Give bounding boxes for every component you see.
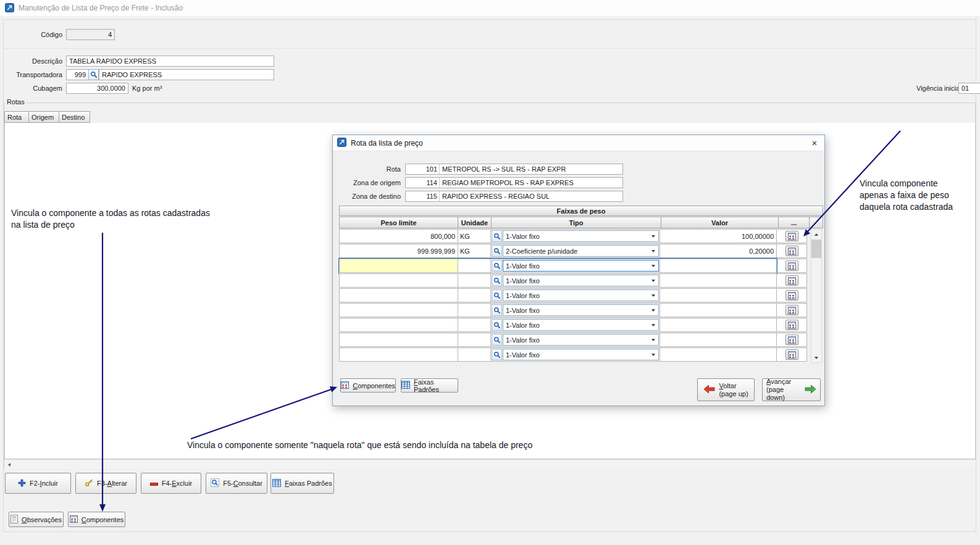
peso-limite-cell[interactable]: [339, 273, 458, 288]
rotas-column-header-origem[interactable]: Origem: [28, 111, 59, 123]
tipo-lookup-button[interactable]: [492, 349, 502, 360]
dialog-faixas-padroes-button[interactable]: Faixas Padrões: [401, 378, 458, 393]
f3-alterar-button[interactable]: F3-Alterar: [75, 473, 136, 494]
descricao-field[interactable]: TABELA RAPIDO EXPRESS: [66, 56, 274, 67]
column-header-componente[interactable]: ...: [778, 217, 810, 228]
faixa-row: 1-Valor fixo: [339, 347, 810, 362]
observacoes-button[interactable]: Observações: [9, 512, 64, 527]
vincular-componente-faixa-button[interactable]: [785, 290, 798, 301]
valor-cell[interactable]: [660, 303, 777, 317]
scroll-down-icon[interactable]: [811, 353, 821, 362]
peso-limite-cell[interactable]: [339, 259, 458, 273]
vincular-componente-faixa-button[interactable]: [785, 231, 798, 241]
vigencia-field[interactable]: 01: [958, 83, 980, 94]
valor-cell[interactable]: 0,20000: [660, 244, 777, 258]
unidade-cell[interactable]: [458, 288, 491, 302]
tipo-combobox[interactable]: 1-Valor fixo: [503, 230, 659, 242]
unidade-cell[interactable]: [458, 303, 491, 317]
peso-limite-cell[interactable]: [339, 303, 458, 317]
unidade-cell[interactable]: [458, 273, 491, 288]
green-arrow-right-icon: [805, 385, 816, 395]
vincular-componente-faixa-button[interactable]: [785, 275, 798, 286]
chevron-down-icon: [648, 246, 658, 256]
tipo-cell: 1-Valor fixo: [490, 347, 660, 362]
transportadora-lookup-button[interactable]: [88, 69, 99, 80]
transportadora-name-field[interactable]: RAPIDO EXPRESS: [99, 69, 274, 80]
zona-origem-field[interactable]: 114 REGIAO MEPTROPOL RS - RAP EXPRES: [405, 177, 623, 188]
tipo-lookup-button[interactable]: [492, 275, 502, 286]
f2-incluir-button[interactable]: F2-Incluir: [5, 473, 71, 494]
scroll-up-icon[interactable]: [811, 230, 821, 239]
tipo-combobox[interactable]: 2-Coeficiente p/unidade: [503, 245, 659, 257]
f4-excluir-button[interactable]: F4-Excluir: [141, 473, 201, 494]
vigencia-label: Vigência inicial: [916, 85, 961, 92]
rotas-horizontal-scrollbar[interactable]: [4, 459, 976, 469]
valor-cell[interactable]: [660, 318, 777, 332]
faixa-row: 1-Valor fixo: [339, 259, 810, 273]
column-header-valor[interactable]: Valor: [661, 217, 779, 228]
componentes-button[interactable]: Componentes: [68, 512, 125, 527]
rotas-column-header-destino[interactable]: Destino: [59, 111, 90, 123]
peso-limite-cell[interactable]: [339, 347, 458, 362]
tipo-lookup-button[interactable]: [492, 304, 502, 316]
tipo-combobox[interactable]: 1-Valor fixo: [503, 275, 659, 286]
valor-cell[interactable]: 100,00000: [660, 229, 777, 243]
peso-limite-cell[interactable]: 999.999,999: [339, 244, 458, 258]
valor-cell[interactable]: [660, 273, 777, 288]
faixas-padroes-button[interactable]: Faixas Padrões: [270, 473, 334, 494]
app-icon: [337, 138, 346, 148]
vincular-componente-faixa-button[interactable]: [785, 305, 798, 315]
window-title: Manutenção de Lista de Preço de Frete - …: [19, 4, 183, 12]
column-header-tipo[interactable]: Tipo: [491, 217, 661, 228]
component-icon: [788, 336, 796, 344]
valor-cell[interactable]: [660, 333, 777, 347]
column-header-unidade[interactable]: Unidade: [458, 217, 492, 228]
rota-lista-preco-dialog: Rota da lista de preço × Rota 101 METROP…: [332, 135, 825, 406]
peso-limite-cell[interactable]: [339, 333, 458, 347]
avancar-page-down-button[interactable]: Avançar (page down): [762, 378, 821, 401]
tipo-combobox[interactable]: 1-Valor fixo: [503, 260, 659, 272]
vincular-componente-faixa-button[interactable]: [785, 246, 798, 256]
tipo-combobox[interactable]: 1-Valor fixo: [503, 349, 659, 360]
vincular-componente-faixa-button[interactable]: [785, 349, 798, 360]
scroll-left-icon[interactable]: [4, 460, 14, 470]
unidade-cell[interactable]: [458, 347, 491, 362]
tipo-lookup-button[interactable]: [492, 260, 502, 272]
tipo-combobox[interactable]: 1-Valor fixo: [503, 289, 659, 301]
cubagem-field[interactable]: 300,0000: [66, 83, 128, 94]
tipo-combobox[interactable]: 1-Valor fixo: [503, 304, 659, 316]
tipo-lookup-button[interactable]: [492, 334, 502, 346]
peso-limite-cell[interactable]: [339, 318, 458, 332]
vincular-componente-faixa-button[interactable]: [785, 320, 798, 330]
faixas-vertical-scrollbar[interactable]: [811, 229, 822, 363]
valor-cell[interactable]: [660, 259, 777, 273]
f5-consultar-button[interactable]: F5-Consultar: [206, 473, 267, 494]
tipo-combobox[interactable]: 1-Valor fixo: [503, 319, 659, 331]
tipo-lookup-button[interactable]: [492, 289, 502, 301]
tipo-lookup-button[interactable]: [492, 319, 502, 331]
tipo-combobox[interactable]: 1-Valor fixo: [503, 334, 659, 346]
codigo-field[interactable]: 4: [66, 29, 115, 40]
voltar-page-up-button[interactable]: Voltar (page up): [697, 378, 755, 401]
peso-limite-cell[interactable]: [339, 288, 458, 302]
rota-field[interactable]: 101 METROPOL RS -> SUL RS - RAP EXPR: [405, 164, 623, 175]
tipo-lookup-button[interactable]: [492, 245, 502, 257]
unidade-cell[interactable]: [458, 333, 491, 347]
unidade-cell[interactable]: KG: [458, 244, 491, 258]
rotas-column-header-rota[interactable]: Rota: [4, 111, 29, 123]
tipo-lookup-button[interactable]: [492, 230, 502, 242]
vincular-componente-faixa-button[interactable]: [785, 260, 798, 271]
valor-cell[interactable]: [660, 347, 777, 362]
unidade-cell[interactable]: [458, 259, 491, 273]
valor-cell[interactable]: [660, 288, 777, 302]
peso-limite-cell[interactable]: 800,000: [339, 229, 458, 243]
dialog-componentes-button[interactable]: Componentes: [340, 378, 396, 393]
column-header-peso-limite[interactable]: Peso limite: [339, 217, 458, 228]
zona-destino-field[interactable]: 115 RAPIDO EXPRESS - REGIAO SUL: [405, 191, 623, 202]
transportadora-code-field[interactable]: 999: [66, 69, 89, 80]
vincular-componente-faixa-button[interactable]: [785, 335, 798, 345]
unidade-cell[interactable]: KG: [458, 229, 491, 243]
close-icon[interactable]: ×: [805, 135, 824, 151]
scrollbar-thumb[interactable]: [811, 239, 821, 258]
unidade-cell[interactable]: [458, 318, 491, 332]
